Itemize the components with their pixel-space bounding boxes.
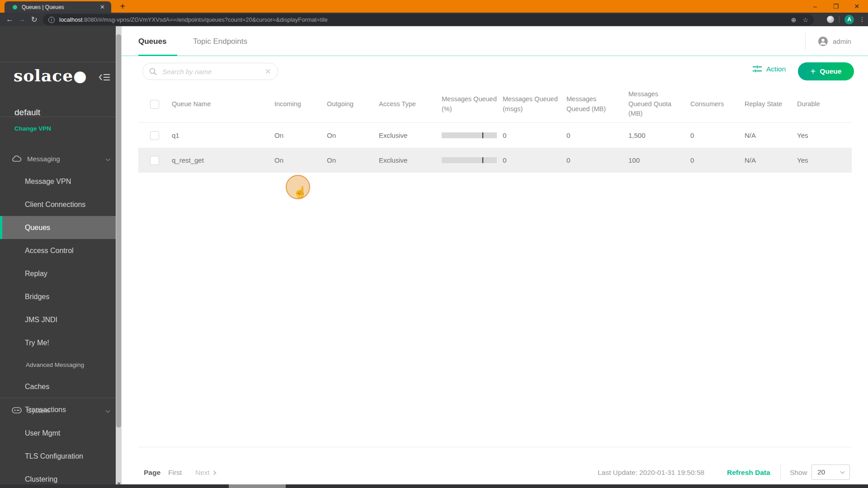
change-vpn-link[interactable]: Change VPN: [14, 125, 51, 132]
sidebar-item-jms-jndi[interactable]: JMS JNDI: [0, 308, 116, 331]
add-queue-button[interactable]: + Queue: [798, 62, 854, 80]
browser-toolbar: ← → ↻ i localhost:8080/#/msg-vpns/ZGVmYX…: [0, 13, 868, 26]
sidebar-item-queues[interactable]: Queues: [0, 216, 116, 239]
window-restore-button[interactable]: ❐: [826, 0, 846, 13]
quota-tick: [482, 157, 483, 163]
action-button[interactable]: Action: [753, 65, 786, 73]
search-box[interactable]: ✕: [142, 63, 278, 80]
sidebar-item-replay[interactable]: Replay: [0, 262, 116, 285]
first-page-button[interactable]: First: [168, 469, 182, 477]
cloud-icon: [12, 155, 22, 162]
window-minimize-button[interactable]: –: [805, 0, 826, 13]
sliders-icon: [753, 65, 762, 73]
queues-table: Queue Name Incoming Outgoing Access Type…: [138, 86, 852, 173]
page-header: Queues Topic Endpoints admin: [122, 26, 868, 56]
col-consumers[interactable]: Consumers: [690, 99, 745, 109]
select-all-checkbox[interactable]: [150, 100, 159, 109]
tab-close-icon[interactable]: ✕: [98, 4, 107, 10]
table-row[interactable]: q1 On On Exclusive 0 0 1,500 0 N/A Yes: [138, 123, 852, 148]
screen: Queues | Queues ✕ + – ❐ ✕ ← → ↻ i localh…: [0, 0, 868, 488]
queue-name[interactable]: q1: [172, 131, 274, 139]
vpn-name: default: [14, 108, 40, 117]
main-content: Queues Topic Endpoints admin ✕ Action + …: [122, 26, 868, 488]
url-bar[interactable]: i localhost:8080/#/msg-vpns/ZGVmYXVsdA==…: [43, 14, 814, 25]
user-menu[interactable]: admin: [818, 36, 851, 47]
window-close-button[interactable]: ✕: [846, 0, 867, 13]
queue-name[interactable]: q_rest_get: [172, 156, 274, 164]
sidebar-item-client-connections[interactable]: Client Connections: [0, 193, 116, 216]
refresh-data-link[interactable]: Refresh Data: [727, 469, 770, 477]
queued-msgs-value: 0: [503, 131, 566, 139]
col-replay-state[interactable]: Replay State: [745, 99, 797, 109]
sidebar-item-bridges[interactable]: Bridges: [0, 285, 116, 308]
consumers-value: 0: [690, 156, 745, 164]
sidebar-item-user-mgmt[interactable]: User Mgmt: [0, 422, 116, 445]
extension-icon[interactable]: [827, 16, 834, 23]
browser-tab[interactable]: Queues | Queues ✕: [5, 1, 111, 13]
col-messages-queued-msgs[interactable]: Messages Queued (msgs): [503, 94, 566, 114]
sidebar-item-access-control[interactable]: Access Control: [0, 239, 116, 262]
sidebar-collapse-icon[interactable]: [99, 72, 110, 82]
favicon: [13, 5, 17, 9]
footer-divider: [138, 447, 852, 447]
replay-state-value: N/A: [745, 131, 797, 139]
queued-pct-bar: [442, 157, 497, 163]
forward-icon[interactable]: →: [16, 15, 28, 24]
sidebar-divider: [0, 62, 116, 62]
col-messages-queued-mb[interactable]: Messages Queued (MB): [566, 94, 628, 114]
header-divider: [805, 33, 806, 50]
col-access-type[interactable]: Access Type: [379, 99, 442, 109]
solace-logo: solace●: [14, 66, 87, 85]
bottom-edge: [0, 484, 868, 488]
page-size-select[interactable]: 20: [811, 465, 850, 480]
col-outgoing[interactable]: Outgoing: [327, 99, 379, 109]
clear-search-icon[interactable]: ✕: [262, 67, 271, 76]
back-icon[interactable]: ←: [4, 15, 16, 24]
reload-icon[interactable]: ↻: [28, 15, 40, 24]
new-tab-button[interactable]: +: [117, 1, 128, 12]
durable-value: Yes: [797, 156, 852, 164]
page-label: Page: [144, 469, 160, 477]
url-text: localhost:8080/#/msg-vpns/ZGVmYXVsdA==/e…: [59, 16, 785, 23]
queued-mb-value: 0: [566, 131, 628, 139]
site-info-icon[interactable]: i: [48, 17, 55, 23]
col-incoming[interactable]: Incoming: [274, 99, 327, 109]
table-header-row: Queue Name Incoming Outgoing Access Type…: [138, 86, 852, 123]
browser-profile-avatar[interactable]: A: [844, 15, 854, 24]
sidebar-section-system[interactable]: System: [0, 399, 116, 422]
quota-mb-value: 100: [628, 156, 690, 164]
footer-vertical-divider: [780, 464, 781, 481]
zoom-page-icon[interactable]: ⊕: [791, 16, 797, 23]
bookmark-star-icon[interactable]: ☆: [802, 16, 808, 23]
sidebar-item-try-me[interactable]: Try Me!: [0, 331, 116, 354]
tab-queues[interactable]: Queues: [138, 37, 166, 46]
scrollbar-thumb[interactable]: [116, 34, 121, 427]
sidebar: solace● default Change VPN Messaging Mes…: [0, 26, 116, 488]
sidebar-system-menu: System User Mgmt TLS Configuration Clust…: [0, 399, 116, 488]
quota-tick: [482, 132, 483, 138]
col-queue-name[interactable]: Queue Name: [172, 99, 274, 109]
outgoing-value: On: [327, 131, 379, 139]
queued-mb-value: 0: [566, 156, 628, 164]
browser-menu-icon[interactable]: ⋮: [859, 16, 865, 23]
durable-value: Yes: [797, 131, 852, 139]
sidebar-section-messaging[interactable]: Messaging: [0, 147, 116, 170]
sidebar-item-tls-configuration[interactable]: TLS Configuration: [0, 445, 116, 468]
next-page-button[interactable]: Next: [195, 469, 216, 477]
col-messages-queued-quota[interactable]: Messages Queued Quota (MB): [628, 89, 690, 119]
chevron-down-icon: [106, 408, 110, 413]
row-checkbox[interactable]: [150, 156, 159, 165]
col-messages-queued-pct[interactable]: Messages Queued (%): [442, 94, 503, 114]
sidebar-divider: [0, 117, 116, 117]
sidebar-item-message-vpn[interactable]: Message VPN: [0, 170, 116, 193]
col-durable[interactable]: Durable: [797, 99, 852, 109]
sidebar-item-caches[interactable]: Caches: [0, 375, 116, 398]
table-row[interactable]: q_rest_get On On Exclusive 0 0 100 0 N/A…: [138, 148, 852, 173]
sidebar-menu: Messaging Message VPN Client Connections…: [0, 147, 116, 421]
sidebar-scrollbar[interactable]: [116, 26, 122, 488]
search-input[interactable]: [161, 67, 262, 76]
access-type-value: Exclusive: [379, 131, 442, 139]
sidebar-item-advanced-messaging[interactable]: Advanced Messaging: [0, 354, 116, 375]
tab-topic-endpoints[interactable]: Topic Endpoints: [193, 37, 247, 46]
row-checkbox[interactable]: [150, 131, 159, 140]
